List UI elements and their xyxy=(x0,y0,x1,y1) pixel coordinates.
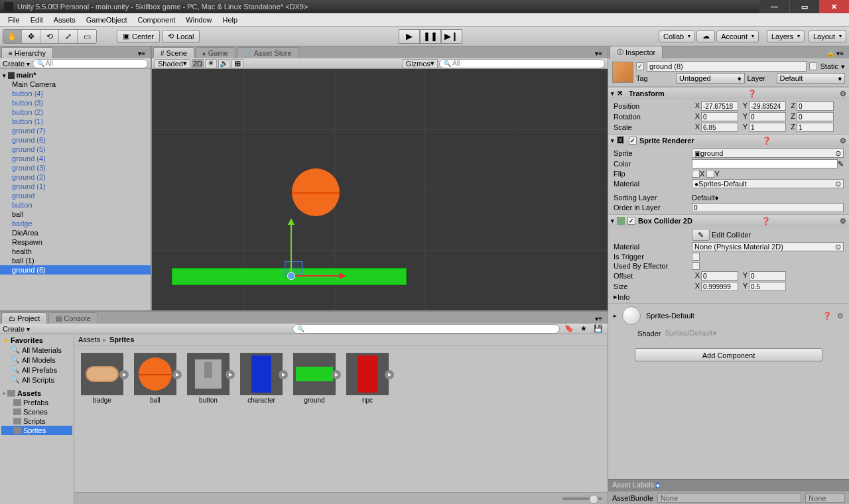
transform-gear-icon[interactable]: ⚙ xyxy=(840,90,846,98)
inspector-menu[interactable]: 🔒 ▾≡ xyxy=(824,48,846,58)
pivot-center-button[interactable]: ▣ Center xyxy=(117,30,160,43)
hand-tool[interactable]: ✋ xyxy=(3,30,22,43)
mat-foldout-icon[interactable]: ▸ xyxy=(614,312,617,319)
static-checkbox[interactable] xyxy=(809,62,817,70)
hierarchy-item[interactable]: button (3) xyxy=(0,98,151,107)
hierarchy-item[interactable]: ball (1) xyxy=(0,256,151,265)
sorting-layer-dropdown[interactable]: Default♦ xyxy=(692,194,718,202)
static-dropdown-icon[interactable]: ▾ xyxy=(841,62,845,71)
menu-gameobject[interactable]: GameObject xyxy=(81,16,133,24)
sprite-field[interactable]: ▣ ground⊙ xyxy=(692,149,844,158)
pos-x[interactable] xyxy=(701,101,738,111)
asset-store-tab[interactable]: 🛒Asset Store xyxy=(237,47,299,58)
hierarchy-item[interactable]: ground (1) xyxy=(0,182,151,191)
scene-search[interactable]: All xyxy=(439,59,605,68)
hierarchy-menu[interactable]: ▾≡ xyxy=(135,48,148,58)
menu-help[interactable]: Help xyxy=(217,16,243,24)
inspector-tab[interactable]: ⓘInspector xyxy=(610,46,663,58)
sprite-renderer-header[interactable]: 🖼 Sprite Renderer ❓ ⚙ xyxy=(608,135,849,147)
box-collider-header[interactable]: Box Collider 2D ❓ ⚙ xyxy=(608,215,849,227)
scale-y[interactable] xyxy=(749,123,786,132)
hierarchy-item[interactable]: badge xyxy=(0,219,151,228)
project-menu[interactable]: ▾≡ xyxy=(592,314,605,324)
menu-window[interactable]: Window xyxy=(180,16,217,24)
folder-item[interactable]: Prefabs xyxy=(1,398,72,407)
favorites-header[interactable]: Favorites xyxy=(1,336,72,345)
assets-folder[interactable]: Assets xyxy=(1,389,72,398)
hierarchy-item[interactable]: ball xyxy=(0,210,151,219)
2d-toggle[interactable]: 2D xyxy=(192,59,204,68)
asset-item[interactable]: ▶npc xyxy=(346,353,389,404)
scale-tool[interactable]: ⤢ xyxy=(59,30,78,43)
asset-play-icon[interactable]: ▶ xyxy=(279,370,288,379)
breadcrumb-sprites[interactable]: Sprites xyxy=(109,336,134,344)
scene-tab[interactable]: #Scene xyxy=(153,47,194,58)
favorite-item[interactable]: 🔍 All Models xyxy=(1,355,72,365)
search-type-icon[interactable]: ★ xyxy=(580,324,587,333)
asset-item[interactable]: ▶ball xyxy=(134,353,176,404)
asset-play-icon[interactable]: ▶ xyxy=(332,370,341,379)
folder-item[interactable]: Scenes xyxy=(1,407,72,416)
rot-x[interactable] xyxy=(701,112,738,121)
is-trigger-checkbox[interactable] xyxy=(692,253,700,261)
bc-help-icon[interactable]: ❓ xyxy=(761,217,771,225)
audio-toggle[interactable]: 🔊 xyxy=(218,59,230,68)
edit-collider-button[interactable]: ✎ xyxy=(692,229,710,241)
add-component-button[interactable]: Add Component xyxy=(635,348,822,361)
hierarchy-create[interactable]: Create ▾ xyxy=(3,60,30,68)
hierarchy-item[interactable]: ground (2) xyxy=(0,172,151,182)
size-x[interactable] xyxy=(701,282,738,291)
rot-y[interactable] xyxy=(749,112,786,121)
breadcrumb-assets[interactable]: Assets xyxy=(78,336,100,344)
rect-tool[interactable]: ▭ xyxy=(78,30,96,43)
asset-item[interactable]: ▶character xyxy=(240,353,283,404)
mat-gear-icon[interactable]: ⚙ xyxy=(837,312,844,320)
layout-dropdown[interactable]: Layout xyxy=(809,31,846,42)
hierarchy-item[interactable]: ground (6) xyxy=(0,135,151,145)
layers-dropdown[interactable]: Layers xyxy=(767,31,805,42)
tag-dropdown[interactable]: Untagged♦ xyxy=(676,73,745,84)
close-button[interactable]: ✕ xyxy=(819,0,849,13)
transform-header[interactable]: ⤧ Transform ❓ ⚙ xyxy=(608,88,849,99)
hierarchy-item[interactable]: ground (7) xyxy=(0,126,151,135)
shading-dropdown[interactable]: Shaded ▾ xyxy=(155,59,190,68)
project-search[interactable] xyxy=(293,324,560,334)
transform-help-icon[interactable]: ❓ xyxy=(748,90,757,98)
folder-item[interactable]: Scripts xyxy=(1,416,72,426)
scale-z[interactable] xyxy=(797,123,834,132)
menu-edit[interactable]: Edit xyxy=(25,16,48,24)
offset-y[interactable] xyxy=(749,271,786,281)
hierarchy-item[interactable]: button (2) xyxy=(0,107,151,117)
bc-gear-icon[interactable]: ⚙ xyxy=(840,217,846,225)
asset-item[interactable]: ▶badge xyxy=(81,353,123,404)
scene-viewport[interactable] xyxy=(152,69,608,310)
gizmo-center[interactable] xyxy=(287,272,295,280)
sprite-renderer-enabled[interactable] xyxy=(629,137,637,145)
shader-dropdown[interactable]: Sprites/Default▾ xyxy=(665,329,844,338)
hierarchy-item[interactable]: ground (5) xyxy=(0,145,151,154)
sr-help-icon[interactable]: ❓ xyxy=(762,137,771,145)
lighting-toggle[interactable]: ☀ xyxy=(205,59,217,68)
sr-material-field[interactable]: ● Sprites-Default⊙ xyxy=(692,179,844,188)
menu-assets[interactable]: Assets xyxy=(48,16,81,24)
hierarchy-tab[interactable]: ≡Hierarchy xyxy=(1,47,53,58)
favorite-item[interactable]: 🔍 All Scripts xyxy=(1,375,72,385)
pos-z[interactable] xyxy=(797,101,834,111)
gizmo-x-axis[interactable] xyxy=(291,275,344,277)
asset-play-icon[interactable]: ▶ xyxy=(119,370,129,379)
asset-item[interactable]: ▶button xyxy=(187,353,229,404)
cloud-button[interactable]: ☁ xyxy=(696,31,715,42)
hierarchy-item[interactable]: ground (8) xyxy=(0,265,151,275)
asset-play-icon[interactable]: ▶ xyxy=(226,370,235,379)
project-tab[interactable]: 🗀Project xyxy=(1,312,47,324)
eyedropper-icon[interactable]: ✎ xyxy=(838,160,844,168)
bc-material-field[interactable]: None (Physics Material 2D)⊙ xyxy=(692,242,844,251)
pivot-local-button[interactable]: ⟲ Local xyxy=(162,30,200,43)
minimize-button[interactable]: — xyxy=(759,0,789,13)
asset-play-icon[interactable]: ▶ xyxy=(172,370,182,379)
asset-play-icon[interactable]: ▶ xyxy=(385,370,394,379)
maximize-button[interactable]: ▭ xyxy=(789,0,819,13)
hierarchy-item[interactable]: health xyxy=(0,247,151,256)
asset-labels-info-icon[interactable]: ● xyxy=(656,482,659,489)
move-tool[interactable]: ✥ xyxy=(22,30,40,43)
